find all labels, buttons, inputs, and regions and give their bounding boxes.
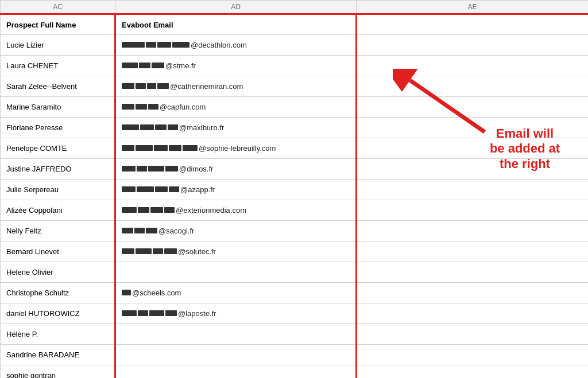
ae-cell [357,241,589,262]
ac-cell: Sarah Zelee--Belvent [1,76,115,97]
ac-cell: Julie Serpereau [1,180,115,200]
ac-cell: Floriane Peresse [1,118,115,138]
ad-cell [115,324,357,345]
table-row: Marine Saramito@capfun.com [1,97,589,118]
ad-cell: @laposte.fr [115,303,357,324]
ac-cell: Alizée Coppolani [1,200,115,221]
ad-cell: @maxiburo.fr [115,118,357,138]
ae-cell [357,303,589,324]
ad-cell [115,365,357,379]
ac-cell: Christophe Schultz [1,283,115,303]
ac-cell: Justine JAFFREDO [1,159,115,180]
table-row: Nelly Feltz@sacogi.fr [1,221,589,241]
ae-cell [357,283,589,303]
ae-cell [357,345,589,365]
ad-cell: @stme.fr [115,56,357,76]
table-row: Bernard Linevet@solutec.fr [1,241,589,262]
ae-cell [357,35,589,56]
col-header-ae[interactable]: AE [357,1,589,14]
ac-cell: Marine Saramito [1,97,115,118]
ad-cell: @scheels.com [115,283,357,303]
table-row: Sarah Zelee--Belvent@catherinemiran.com [1,76,589,97]
table-row: Floriane Peresse@maxiburo.fr [1,118,589,138]
ac-cell: Laura CHENET [1,56,115,76]
table-row: Alizée Coppolani@exterionmedia.com [1,200,589,221]
ad-cell: @solutec.fr [115,241,357,262]
ae-cell [357,180,589,200]
table-row: Lucie Lizier@decathlon.com [1,35,589,56]
ad-cell [115,262,357,283]
ae-cell [357,97,589,118]
table-row: Julie Serpereau@azapp.fr [1,180,589,200]
ad-cell [115,345,357,365]
ad-cell: @sophie-lebreuilly.com [115,138,357,159]
col-header-ad[interactable]: AD [115,1,357,14]
ae-cell [357,200,589,221]
col-header-ac[interactable]: AC [1,1,115,14]
subheader-ac: Prospect Full Name [1,14,115,35]
ae-cell [357,365,589,379]
table-row: Justine JAFFREDO@dimos.fr [1,159,589,180]
ae-cell [357,159,589,180]
ae-cell [357,324,589,345]
table-row: sophie gontran [1,365,589,379]
ad-cell: @capfun.com [115,97,357,118]
ac-cell: Sandrine BARADANE [1,345,115,365]
ad-cell: @sacogi.fr [115,221,357,241]
table-row: Christophe Schultz@scheels.com [1,283,589,303]
table-row: daniel HUTOROWICZ@laposte.fr [1,303,589,324]
table-row: Helene Olivier [1,262,589,283]
subheader-ad: Evaboot Email [115,14,357,35]
table-row: Sandrine BARADANE [1,345,589,365]
ac-cell: Lucie Lizier [1,35,115,56]
ad-cell: @catherinemiran.com [115,76,357,97]
ae-cell [357,76,589,97]
subheader-ae [357,14,589,35]
ae-cell [357,118,589,138]
table-row: Hélène P. [1,324,589,345]
ae-cell [357,138,589,159]
subheader-row: Prospect Full Name Evaboot Email [1,14,589,35]
ac-cell: Nelly Feltz [1,221,115,241]
spreadsheet: AC AD AE Prospect Full Name Evaboot Emai… [0,0,588,378]
table-row: Laura CHENET@stme.fr [1,56,589,76]
ad-cell: @decathlon.com [115,35,357,56]
ae-cell [357,221,589,241]
ac-cell: daniel HUTOROWICZ [1,303,115,324]
ad-cell: @dimos.fr [115,159,357,180]
ae-cell [357,262,589,283]
ad-cell: @exterionmedia.com [115,200,357,221]
table-row: Penelope COMTE@sophie-lebreuilly.com [1,138,589,159]
ac-cell: Hélène P. [1,324,115,345]
ac-cell: Bernard Linevet [1,241,115,262]
ac-cell: Helene Olivier [1,262,115,283]
ac-cell: sophie gontran [1,365,115,379]
ae-cell [357,56,589,76]
ad-cell: @azapp.fr [115,180,357,200]
ac-cell: Penelope COMTE [1,138,115,159]
